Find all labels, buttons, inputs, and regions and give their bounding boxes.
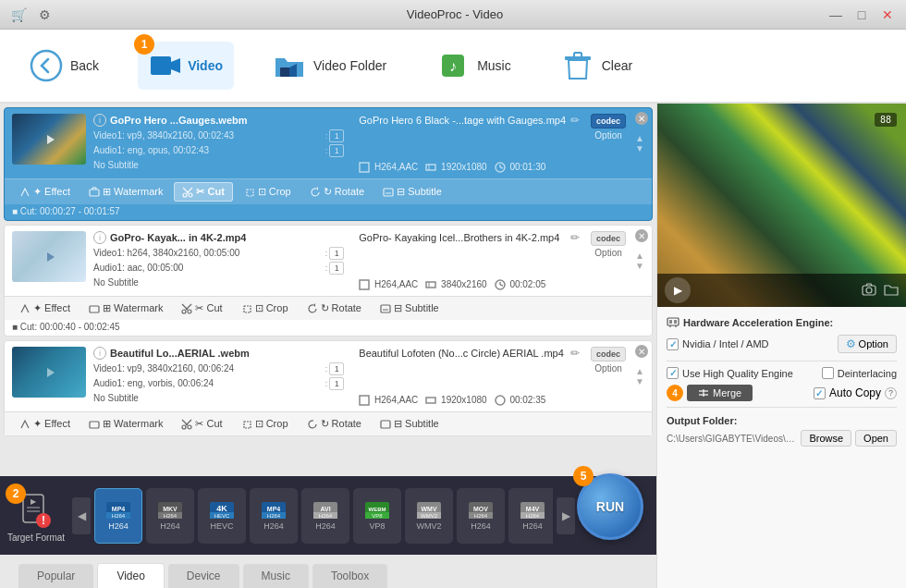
screenshot-icon[interactable]	[862, 283, 876, 299]
info-icon-3[interactable]: i	[93, 347, 106, 360]
stream-count-a2[interactable]: 1	[329, 262, 344, 275]
option-label-1[interactable]: Option	[594, 130, 621, 141]
crop-btn-3[interactable]: ⊡ Crop	[234, 415, 296, 433]
format-4k[interactable]: 4K HEVC HEVC	[198, 488, 246, 544]
format-m4v[interactable]: M4V H264 H264	[508, 488, 553, 544]
video-item-1[interactable]: ✕ i GoPro Hero ...Gauges.webm	[4, 107, 653, 221]
rotate-btn-1[interactable]: ↻ Rotate	[302, 183, 372, 201]
cut-btn-2[interactable]: ✂ Cut	[174, 300, 229, 317]
cut-btn-3[interactable]: ✂ Cut	[174, 415, 229, 433]
svg-point-22	[183, 193, 187, 197]
video-item-3[interactable]: ✕ i Beautiful Lo...AERIAL .webm Vide	[4, 340, 653, 436]
effect-btn-2[interactable]: ✦ Effect	[12, 300, 78, 317]
music-button[interactable]: ♪ Music	[425, 42, 522, 90]
svg-rect-28	[384, 189, 393, 196]
scroll-up-2[interactable]: ▲	[635, 251, 644, 261]
svg-text:H264: H264	[474, 513, 488, 519]
cut-btn-1[interactable]: ✂ Cut	[174, 182, 232, 202]
rotate-btn-2[interactable]: ↻ Rotate	[300, 300, 369, 317]
scroll-down-1[interactable]: ▼	[635, 143, 644, 153]
effect-btn-1[interactable]: ✦ Effect	[12, 183, 78, 201]
svg-text:WEBM: WEBM	[369, 507, 386, 512]
play-button[interactable]: ▶	[665, 277, 691, 303]
video-folder-button[interactable]: Video Folder	[262, 42, 398, 90]
format-mov[interactable]: MOV H264 H264	[457, 488, 505, 544]
video-title-2: GoPro- Kayak... in 4K-2.mp4	[110, 232, 246, 243]
video-label: Video	[188, 58, 223, 73]
tab-video[interactable]: Video	[97, 563, 164, 588]
hw-option-button[interactable]: ⚙ Option	[838, 335, 897, 353]
high-quality-label: Use High Quality Engine	[682, 368, 793, 379]
edit-output-3[interactable]: ✏	[570, 347, 580, 360]
hw-checkbox[interactable]: ✓	[667, 338, 679, 350]
browse-button[interactable]: Browse	[801, 430, 851, 447]
svg-point-51	[182, 425, 186, 429]
option-label-2[interactable]: Option	[594, 248, 621, 258]
info-icon-1[interactable]: i	[93, 114, 106, 127]
codec-badge-1[interactable]: codec	[591, 114, 626, 129]
format-webm[interactable]: WEBM VP8 VP8	[353, 488, 401, 544]
format-next[interactable]: ▶	[557, 497, 575, 534]
codec-badge-3[interactable]: codec	[591, 347, 626, 361]
stream-count-v1[interactable]: 1	[329, 129, 344, 142]
stream-count-a1[interactable]: 1	[329, 144, 344, 157]
maximize-button[interactable]: □	[852, 6, 871, 24]
close-video-2[interactable]: ✕	[635, 229, 648, 242]
crop-btn-1[interactable]: ⊡ Crop	[237, 183, 299, 201]
stream-count-a3[interactable]: 1	[329, 377, 344, 390]
tab-device[interactable]: Device	[168, 564, 239, 588]
option-label-3[interactable]: Option	[594, 363, 621, 374]
tab-music[interactable]: Music	[243, 564, 309, 588]
format-mp4-h264[interactable]: MP4 H264 H264	[94, 488, 142, 544]
edit-output-1[interactable]: ✏	[570, 114, 580, 127]
settings-icon[interactable]: ⚙	[35, 6, 54, 24]
auto-copy-checkbox[interactable]: ✓	[814, 387, 826, 399]
scroll-up-1[interactable]: ▲	[635, 133, 644, 143]
video-button[interactable]: 1 Video	[138, 42, 234, 90]
rotate-btn-3[interactable]: ↻ Rotate	[300, 415, 369, 433]
close-video-1[interactable]: ✕	[635, 112, 648, 125]
high-quality-checkbox[interactable]: ✓	[667, 367, 679, 379]
back-button[interactable]: Back	[18, 42, 110, 90]
close-button[interactable]: ✕	[878, 6, 897, 24]
deinterlace-checkbox[interactable]	[822, 367, 834, 379]
folder-icon[interactable]	[884, 283, 899, 299]
watermark-btn-2[interactable]: ⊞ Watermark	[81, 300, 170, 317]
tab-popular[interactable]: Popular	[18, 564, 93, 588]
format-prev[interactable]: ◀	[72, 497, 91, 534]
svg-text:!: !	[42, 514, 45, 527]
watermark-btn-1[interactable]: ⊞ Watermark	[81, 183, 170, 201]
format-mkv[interactable]: MKV H264 H264	[146, 488, 194, 544]
minimize-button[interactable]: —	[826, 6, 845, 24]
svg-text:H264: H264	[526, 513, 540, 519]
music-icon: ♪	[436, 49, 470, 82]
codec-badge-2[interactable]: codec	[591, 231, 626, 246]
svg-point-104	[866, 288, 872, 293]
scroll-down-2[interactable]: ▼	[635, 261, 644, 271]
effect-btn-3[interactable]: ✦ Effect	[12, 415, 78, 433]
stream-count-v2[interactable]: 1	[329, 247, 344, 260]
clear-button[interactable]: Clear	[550, 42, 643, 90]
scroll-down-3[interactable]: ▼	[635, 376, 644, 386]
scroll-up-3[interactable]: ▲	[635, 366, 644, 376]
mp4-icon: MP4 H264	[104, 501, 132, 520]
format-mp4-2[interactable]: MP4 H264 H264	[250, 488, 298, 544]
info-icon-2[interactable]: i	[93, 231, 106, 244]
crop-btn-2[interactable]: ⊡ Crop	[234, 300, 296, 317]
auto-copy-help[interactable]: ?	[885, 387, 897, 399]
close-video-3[interactable]: ✕	[635, 345, 648, 358]
format-avi[interactable]: AVI H264 H264	[301, 488, 349, 544]
shop-icon[interactable]: 🛒	[9, 6, 28, 24]
subtitle-btn-3[interactable]: ⊟ Subtitle	[373, 415, 447, 433]
subtitle-btn-1[interactable]: ⊟ Subtitle	[375, 183, 449, 201]
subtitle-btn-2[interactable]: ⊟ Subtitle	[373, 300, 447, 317]
hardware-section: Hardware Acceleration Engine: ✓ Nvidia /…	[667, 316, 897, 353]
watermark-btn-3[interactable]: ⊞ Watermark	[81, 415, 170, 433]
edit-output-2[interactable]: ✏	[570, 231, 580, 244]
format-wmv[interactable]: WMV WMV2 WMV2	[405, 488, 453, 544]
merge-button[interactable]: Merge	[687, 385, 753, 401]
stream-count-v3[interactable]: 1	[329, 362, 344, 375]
open-button[interactable]: Open	[855, 430, 897, 447]
tab-toolbox[interactable]: Toolbox	[312, 564, 387, 588]
video-item-2[interactable]: ✕ i GoPro- Kayak... in 4K-2.mp4 Vide	[4, 225, 653, 337]
